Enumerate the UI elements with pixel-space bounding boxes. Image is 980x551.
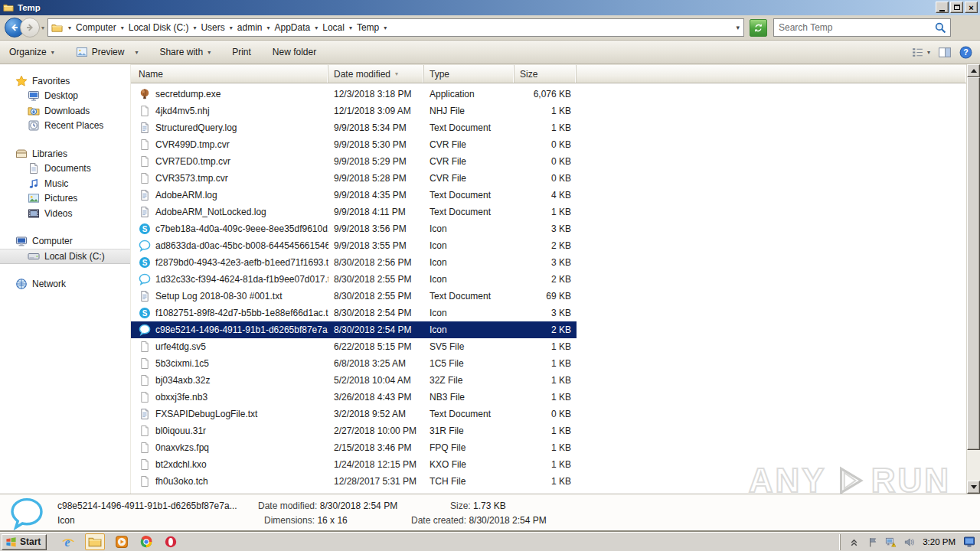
sidebar-item-documents[interactable]: Documents — [0, 161, 130, 177]
file-row[interactable]: AdobeARM_NotLocked.log9/9/2018 4:11 PMTe… — [131, 204, 577, 220]
file-row[interactable]: ad8633da-d0ac-45bc-b008-644545661546.t..… — [131, 237, 577, 254]
breadcrumb-separator-icon[interactable]: ▾ — [68, 24, 71, 31]
breadcrumb-separator-icon[interactable]: ▾ — [193, 24, 196, 31]
file-type: KXO File — [424, 459, 514, 470]
breadcrumb-separator-icon[interactable]: ▾ — [384, 24, 387, 31]
display-settings-icon[interactable] — [963, 536, 975, 548]
preview-pane-button[interactable] — [938, 46, 952, 59]
show-hidden-icons-chevron-icon[interactable] — [848, 536, 860, 548]
scroll-down-button[interactable] — [967, 481, 980, 494]
file-row[interactable]: urfe4tdg.sv56/22/2018 5:15 PMSV5 File1 K… — [131, 338, 577, 355]
breadcrumb-item-temp[interactable]: Temp — [357, 22, 379, 33]
search-box[interactable]: Search Temp — [773, 18, 951, 37]
quick-launch-media-player-icon[interactable] — [114, 534, 129, 549]
sidebar-item-network[interactable]: Network — [0, 277, 130, 292]
file-type: CVR File — [424, 139, 514, 150]
sidebar-item-desktop[interactable]: Desktop — [0, 89, 130, 104]
quick-launch-internet-explorer-icon[interactable]: e — [60, 534, 76, 549]
breadcrumb-separator-icon[interactable]: ▾ — [266, 24, 270, 31]
file-name: AdobeARM.log — [155, 190, 217, 201]
column-header-size[interactable]: Size — [514, 65, 577, 83]
minimize-button[interactable] — [936, 2, 949, 13]
quick-launch-chrome-icon[interactable] — [139, 534, 154, 549]
organize-button[interactable]: Organize▾ — [9, 47, 54, 57]
restore-button[interactable] — [950, 2, 963, 13]
breadcrumb-item-local[interactable]: Local — [322, 22, 345, 33]
file-row[interactable]: c98e5214-1496-4911-91b1-d6265bf87e7a.t..… — [131, 321, 577, 338]
print-button[interactable]: Print — [232, 47, 251, 57]
file-name-cell: bj034axb.32z — [131, 374, 328, 386]
sidebar-item-recent-places[interactable]: Recent Places — [0, 119, 130, 134]
file-type: CVR File — [424, 173, 514, 184]
scroll-up-button[interactable] — [967, 64, 980, 77]
file-row[interactable]: CVR7ED0.tmp.cvr9/9/2018 5:29 PMCVR File0… — [131, 153, 577, 170]
breadcrumb-item-local-disk-c[interactable]: Local Disk (C:) — [129, 22, 189, 33]
sidebar-item-music[interactable]: Music — [0, 176, 130, 191]
search-icon[interactable] — [934, 21, 947, 37]
sidebar-item-local-disk-c[interactable]: Local Disk (C:) — [0, 249, 130, 264]
breadcrumb-item-computer[interactable]: Computer — [76, 22, 116, 33]
file-row[interactable]: fh0u3oko.tch12/28/2017 5:31 PMTCH File1 … — [131, 473, 577, 490]
scrollbar-thumb[interactable] — [967, 77, 980, 450]
file-row[interactable]: 5b3cixmi.1c56/8/2018 3:25 AM1C5 File1 KB — [131, 355, 577, 372]
file-row[interactable]: Sf2879bd0-4943-42e3-aefb-b1eed71f1693.t.… — [131, 254, 577, 271]
file-type: SV5 File — [424, 341, 514, 352]
file-row[interactable]: 1d32c33c-f394-4624-81da-f1b9ee07d017.t..… — [131, 271, 577, 288]
breadcrumb-separator-icon[interactable]: ▾ — [121, 24, 124, 31]
breadcrumb-separator-icon[interactable]: ▾ — [315, 24, 318, 31]
change-view-button[interactable]: ▾ — [911, 46, 930, 59]
sidebar-section-computer: ComputerLocal Disk (C:) — [0, 234, 130, 264]
refresh-button[interactable] — [750, 19, 767, 37]
file-row[interactable]: Sc7beb18a-4d0a-409c-9eee-8ee35df9610d.t.… — [131, 220, 577, 237]
file-row[interactable]: 4jkd4mv5.nhj12/1/2018 3:09 AMNHJ File1 K… — [131, 103, 577, 119]
file-row[interactable]: StructuredQuery.log9/9/2018 5:34 PMText … — [131, 119, 577, 136]
column-header-type[interactable]: Type — [424, 65, 514, 83]
file-row[interactable]: bt2xdchl.kxo1/24/2018 12:15 PMKXO File1 … — [131, 456, 577, 473]
file-date-modified: 2/27/2018 10:00 PM — [328, 425, 424, 436]
preview-button[interactable]: Preview▾ — [76, 46, 139, 58]
taskbar-clock[interactable]: 3:20 PM — [923, 537, 956, 546]
breadcrumb-item-users[interactable]: Users — [201, 22, 224, 33]
file-row[interactable]: CVR3573.tmp.cvr9/9/2018 5:28 PMCVR File0… — [131, 170, 577, 187]
sidebar-item-computer[interactable]: Computer — [0, 234, 130, 249]
sidebar-item-pictures[interactable]: Pictures — [0, 191, 130, 207]
column-header-date-modified[interactable]: Date modified▾ — [328, 65, 424, 83]
file-row[interactable]: AdobeARM.log9/9/2018 4:35 PMText Documen… — [131, 187, 577, 204]
file-row[interactable]: CVR499D.tmp.cvr9/9/2018 5:30 PMCVR File0… — [131, 136, 577, 153]
file-row[interactable]: 0naxvkzs.fpq2/15/2018 3:46 PMFPQ File1 K… — [131, 439, 577, 456]
quick-launch-opera-icon[interactable] — [163, 534, 178, 549]
sidebar-item-downloads[interactable]: Downloads — [0, 103, 130, 119]
action-center-flag-icon[interactable] — [867, 536, 878, 548]
pictures-icon — [28, 192, 40, 204]
forward-button[interactable] — [20, 18, 40, 37]
vertical-scrollbar[interactable] — [966, 64, 980, 494]
file-row[interactable]: Setup Log 2018-08-30 #001.txt8/30/2018 2… — [131, 288, 577, 305]
start-button[interactable]: Start — [2, 534, 47, 550]
sidebar-item-libraries[interactable]: Libraries — [0, 146, 130, 161]
file-row[interactable]: bl0iqouu.31r2/27/2018 10:00 PM31R File1 … — [131, 422, 577, 439]
share-with-button[interactable]: Share with▾ — [159, 47, 211, 57]
breadcrumb-item-admin[interactable]: admin — [237, 22, 263, 33]
help-button[interactable]: ? — [959, 46, 972, 59]
new-folder-button[interactable]: New folder — [273, 47, 316, 57]
close-button[interactable]: × — [965, 2, 978, 13]
breadcrumb-item-appdata[interactable]: AppData — [275, 22, 311, 33]
sidebar-item-videos[interactable]: Videos — [0, 206, 130, 221]
network-status-icon[interactable] — [885, 536, 897, 548]
breadcrumb: ▾Computer▾Local Disk (C:)▾Users▾admin▾Ap… — [64, 22, 390, 33]
column-header-name[interactable]: Name — [131, 65, 328, 83]
breadcrumb-separator-icon[interactable]: ▾ — [230, 24, 233, 31]
file-row[interactable]: Sf1082751-89f8-42d7-b5bb-1e88ef66d1ac.t.… — [131, 305, 577, 321]
file-row[interactable]: bj034axb.32z5/2/2018 10:04 AM32Z File1 K… — [131, 372, 577, 389]
quick-launch: e — [60, 533, 178, 550]
sidebar-item-favorites[interactable]: Favorites — [0, 73, 130, 89]
recent-pages-dropdown-icon[interactable]: ▾ — [41, 24, 44, 31]
quick-launch-windows-explorer-icon[interactable] — [85, 533, 105, 550]
breadcrumb-separator-icon[interactable]: ▾ — [349, 24, 352, 31]
file-row[interactable]: FXSAPIDebugLogFile.txt3/2/2018 9:52 AMTe… — [131, 406, 577, 422]
file-row[interactable]: secretdump.exe12/3/2018 3:18 PMApplicati… — [131, 86, 577, 103]
file-row[interactable]: obxxj3fe.nb33/26/2018 4:43 PMNB3 File1 K… — [131, 389, 577, 406]
address-bar[interactable]: ▾Computer▾Local Disk (C:)▾Users▾admin▾Ap… — [47, 18, 744, 37]
address-history-dropdown-icon[interactable]: ▾ — [736, 24, 740, 31]
volume-icon[interactable] — [903, 536, 915, 548]
